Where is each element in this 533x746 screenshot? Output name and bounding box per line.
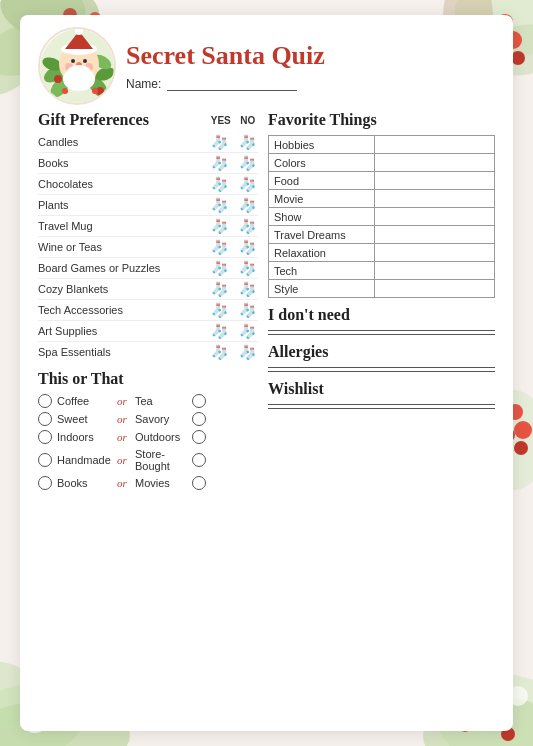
main-card: Secret Santa Quiz Name: Gift Preferences [20,15,513,731]
fav-category: Hobbies [269,136,375,154]
left-circle[interactable] [38,430,52,444]
gift-preferences-title: Gift Preferences [38,111,149,128]
wishlist-line1 [268,404,495,405]
left-circle[interactable] [38,453,52,467]
yes-stocking[interactable]: 🧦 [211,260,228,276]
svg-point-39 [514,421,532,439]
fav-value[interactable] [375,190,495,208]
stocking-pair[interactable]: 🧦 🧦 [208,197,258,213]
right-circle[interactable] [192,453,206,467]
yes-stocking[interactable]: 🧦 [211,134,228,150]
svg-point-13 [511,51,525,65]
gift-item-label: Cozy Blankets [38,283,208,295]
gift-item: Board Games or Puzzles 🧦 🧦 [38,258,258,279]
no-stocking[interactable]: 🧦 [239,176,256,192]
stocking-pair[interactable]: 🧦 🧦 [208,281,258,297]
stocking-pair[interactable]: 🧦 🧦 [208,260,258,276]
stocking-pair[interactable]: 🧦 🧦 [208,239,258,255]
yes-no-labels: YES NO [208,115,258,126]
fav-value[interactable] [375,262,495,280]
gift-item-label: Wine or Teas [38,241,208,253]
favorite-things-table: Hobbies Colors Food Movie Show Travel Dr… [268,135,495,298]
gift-item-label: Travel Mug [38,220,208,232]
name-label: Name: [126,77,161,91]
yes-stocking[interactable]: 🧦 [211,176,228,192]
this-or-that-section: This or That Coffee or Tea Sweet or Savo… [38,370,258,490]
no-stocking[interactable]: 🧦 [239,281,256,297]
fav-value[interactable] [375,208,495,226]
no-stocking[interactable]: 🧦 [239,134,256,150]
allergies-section: Allergies [268,343,495,372]
right-circle[interactable] [192,430,206,444]
name-input-line[interactable] [167,77,297,91]
no-stocking[interactable]: 🧦 [239,323,256,339]
yes-stocking[interactable]: 🧦 [211,239,228,255]
fav-category: Colors [269,154,375,172]
gift-item: Wine or Teas 🧦 🧦 [38,237,258,258]
stocking-pair[interactable]: 🧦 🧦 [208,134,258,150]
allergies-line1 [268,367,495,368]
fav-value[interactable] [375,154,495,172]
yes-stocking[interactable]: 🧦 [211,302,228,318]
this-or-that-row: Books or Movies [38,476,258,490]
left-circle[interactable] [38,412,52,426]
gift-item: Candles 🧦 🧦 [38,132,258,153]
stocking-pair[interactable]: 🧦 🧦 [208,176,258,192]
fav-value[interactable] [375,136,495,154]
left-circle[interactable] [38,394,52,408]
yes-stocking[interactable]: 🧦 [211,155,228,171]
gift-item-label: Board Games or Puzzles [38,262,208,274]
fav-category: Travel Dreams [269,226,375,244]
svg-point-56 [71,59,75,63]
yes-stocking[interactable]: 🧦 [211,323,228,339]
fav-category: Tech [269,262,375,280]
yes-stocking[interactable]: 🧦 [211,344,228,360]
favorite-things-row: Travel Dreams [269,226,495,244]
yes-stocking[interactable]: 🧦 [211,281,228,297]
right-circle[interactable] [192,394,206,408]
stocking-pair[interactable]: 🧦 🧦 [208,344,258,360]
right-option: Tea [135,395,190,407]
yes-stocking[interactable]: 🧦 [211,197,228,213]
no-stocking[interactable]: 🧦 [239,260,256,276]
or-symbol: or [111,454,133,466]
no-stocking[interactable]: 🧦 [239,302,256,318]
yes-stocking[interactable]: 🧦 [211,218,228,234]
right-circle[interactable] [192,412,206,426]
stocking-pair[interactable]: 🧦 🧦 [208,155,258,171]
gift-item-label: Candles [38,136,208,148]
right-circle[interactable] [192,476,206,490]
favorite-things-row: Movie [269,190,495,208]
left-circle[interactable] [38,476,52,490]
no-stocking[interactable]: 🧦 [239,197,256,213]
gift-item-label: Chocolates [38,178,208,190]
no-stocking[interactable]: 🧦 [239,155,256,171]
gift-preferences-section: Gift Preferences YES NO Candles 🧦 🧦 B [38,111,258,362]
stocking-pair[interactable]: 🧦 🧦 [208,302,258,318]
svg-point-48 [54,75,62,83]
fav-value[interactable] [375,280,495,298]
favorite-things-section: Favorite Things Hobbies Colors Food Movi… [268,111,495,298]
favorite-things-row: Colors [269,154,495,172]
santa-illustration [38,27,116,105]
favorite-things-row: Relaxation [269,244,495,262]
no-stocking[interactable]: 🧦 [239,344,256,360]
gift-item-label: Tech Accessories [38,304,208,316]
favorite-things-row: Style [269,280,495,298]
no-stocking[interactable]: 🧦 [239,239,256,255]
stocking-pair[interactable]: 🧦 🧦 [208,323,258,339]
or-symbol: or [111,395,133,407]
fav-value[interactable] [375,226,495,244]
gift-item: Travel Mug 🧦 🧦 [38,216,258,237]
this-or-that-row: Indoors or Outdoors [38,430,258,444]
gift-item: Art Supplies 🧦 🧦 [38,321,258,342]
stocking-pair[interactable]: 🧦 🧦 [208,218,258,234]
right-option: Store-Bought [135,448,190,472]
svg-point-51 [92,88,98,94]
fav-value[interactable] [375,244,495,262]
right-column: Favorite Things Hobbies Colors Food Movi… [268,111,495,494]
no-stocking[interactable]: 🧦 [239,218,256,234]
fav-value[interactable] [375,172,495,190]
header: Secret Santa Quiz Name: [38,27,495,105]
favorite-things-row: Hobbies [269,136,495,154]
